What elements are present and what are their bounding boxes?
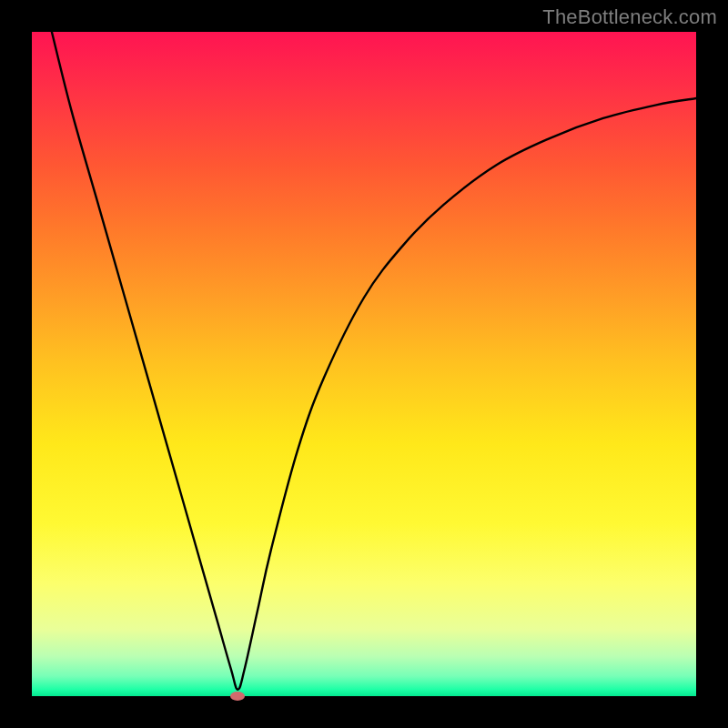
minimum-marker <box>230 692 245 701</box>
bottleneck-curve <box>52 32 696 690</box>
plot-area <box>32 32 696 696</box>
watermark-text: TheBottleneck.com <box>542 5 717 29</box>
chart-frame: TheBottleneck.com <box>0 0 728 728</box>
curve-svg <box>32 32 696 696</box>
